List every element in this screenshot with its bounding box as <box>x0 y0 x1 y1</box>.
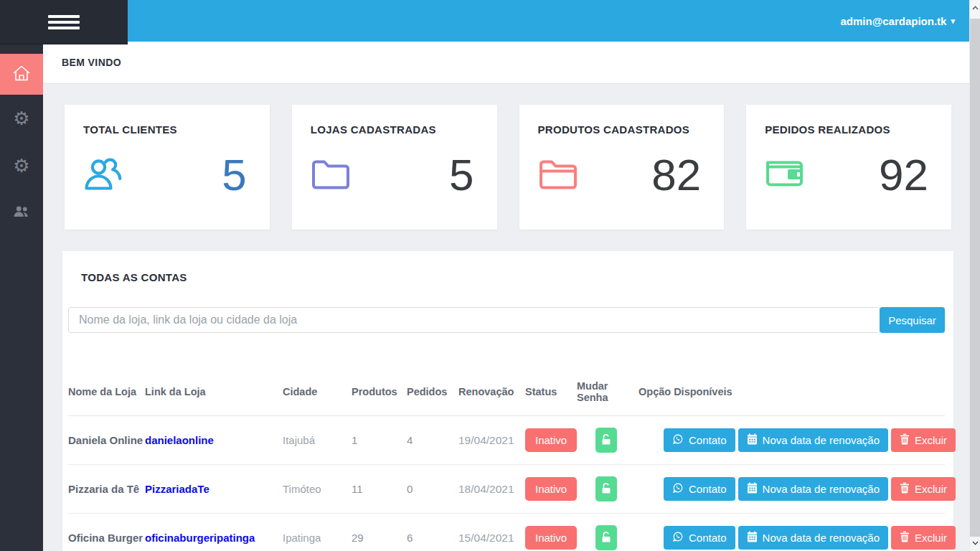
store-renewal-date: 18/04/2021 <box>458 465 525 514</box>
store-products-count: 1 <box>352 416 407 465</box>
wallet-icon <box>765 157 805 193</box>
lock-icon <box>601 531 611 545</box>
whatsapp-icon <box>672 482 684 496</box>
stat-value: 82 <box>651 153 701 197</box>
accounts-table: Nome da Loja Link da Loja Cidade Produto… <box>68 362 945 551</box>
gear-icon: ⚙ <box>13 156 29 175</box>
store-city: Ipatinga <box>283 514 352 551</box>
trash-icon <box>900 531 910 545</box>
table-row: Daniela Online danielaonline Itajubá 1 4… <box>68 416 945 465</box>
folder-icon <box>311 157 351 193</box>
stat-label: LOJAS CADASTRADAS <box>311 123 479 136</box>
store-link[interactable]: PizzariadaTe <box>145 483 209 495</box>
sidebar-item-home[interactable] <box>0 54 43 95</box>
sidebar: ⚙ ⚙ <box>0 0 43 551</box>
store-name: Pizzaria da Tê <box>68 465 145 514</box>
store-orders-count: 4 <box>407 416 458 465</box>
store-city: Timóteo <box>283 465 352 514</box>
store-renewal-date: 15/04/2021 <box>458 514 525 551</box>
store-renewal-date: 19/04/2021 <box>458 416 525 465</box>
lock-icon <box>601 482 611 496</box>
delete-button[interactable]: Excluir <box>891 428 956 452</box>
stat-card-lojas-cadastradas: LOJAS CADASTRADAS 5 <box>292 105 497 230</box>
users-icon <box>13 205 30 221</box>
user-email: admin@cardapion.tk <box>840 15 946 27</box>
sidebar-toggle-button[interactable] <box>0 0 128 44</box>
search-input[interactable] <box>68 307 880 333</box>
store-products-count: 29 <box>352 514 407 551</box>
hamburger-icon <box>48 12 80 32</box>
users-outline-icon <box>83 156 125 194</box>
column-header-mudar-senha: Mudar Senha <box>577 362 639 416</box>
calendar-icon <box>747 482 758 496</box>
store-name: Daniela Online <box>68 416 145 465</box>
sidebar-item-settings-1[interactable]: ⚙ <box>0 95 43 142</box>
page-title: BEM VINDO <box>62 57 121 68</box>
accounts-panel: TODAS AS CONTAS Pesquisar Nome da Loja L… <box>62 251 953 551</box>
store-link[interactable]: danielaonline <box>145 434 214 446</box>
store-city: Itajubá <box>283 416 352 465</box>
table-row: Pizzaria da Tê PizzariadaTe Timóteo 11 0… <box>68 465 945 514</box>
table-row: Oficina Burger oficinaburgeripatinga Ipa… <box>68 514 945 551</box>
user-menu[interactable]: admin@cardapion.tk ▾ <box>840 15 955 27</box>
change-password-button[interactable] <box>595 525 617 550</box>
status-badge: Inativo <box>525 477 577 501</box>
main-content: TOTAL CLIENTES 5 LOJAS CADASTRADAS <box>43 84 969 551</box>
column-header-status: Status <box>525 362 577 416</box>
calendar-icon <box>747 531 758 545</box>
contact-button[interactable]: Contato <box>664 428 735 452</box>
column-header-renovacao: Renovação <box>458 362 525 416</box>
store-name: Oficina Burger <box>68 514 145 551</box>
stat-card-total-clientes: TOTAL CLIENTES 5 <box>65 105 270 230</box>
renew-date-button[interactable]: Nova data de renovação <box>738 526 888 550</box>
page-scrollbar[interactable] <box>969 0 980 551</box>
stat-label: PRODUTOS CADASTRADOS <box>538 123 706 136</box>
scrollbar-thumb[interactable] <box>970 19 980 537</box>
stat-card-produtos-cadastrados: PRODUTOS CADASTRADOS 82 <box>519 105 725 230</box>
column-header-cidade: Cidade <box>283 362 352 416</box>
chevron-down-icon: ▾ <box>951 17 955 25</box>
scroll-down-arrow[interactable] <box>971 538 980 548</box>
column-header-link-da-loja: Link da Loja <box>145 362 283 416</box>
status-badge: Inativo <box>525 428 577 452</box>
store-orders-count: 6 <box>407 514 458 551</box>
home-icon <box>12 65 31 85</box>
column-header-produtos: Produtos <box>352 362 407 416</box>
stat-value: 5 <box>449 153 473 197</box>
trash-icon <box>900 433 910 447</box>
change-password-button[interactable] <box>595 476 617 501</box>
renew-date-button[interactable]: Nova data de renovação <box>738 477 888 501</box>
stat-card-pedidos-realizados: PEDIDOS REALIZADOS 92 <box>746 105 951 230</box>
panel-title: TODAS AS CONTAS <box>81 271 945 283</box>
status-badge: Inativo <box>525 526 577 550</box>
delete-button[interactable]: Excluir <box>891 526 956 550</box>
trash-icon <box>900 482 910 496</box>
gear-icon: ⚙ <box>13 109 29 128</box>
store-products-count: 11 <box>352 465 407 514</box>
contact-button[interactable]: Contato <box>664 477 735 501</box>
stat-value: 92 <box>879 153 928 197</box>
whatsapp-icon <box>672 433 684 447</box>
lock-icon <box>601 433 611 448</box>
breadcrumb-bar: BEM VINDO <box>43 42 969 84</box>
calendar-icon <box>747 433 758 447</box>
renew-date-button[interactable]: Nova data de renovação <box>738 428 888 452</box>
change-password-button[interactable] <box>595 428 617 453</box>
column-header-pedidos: Pedidos <box>407 362 458 416</box>
stat-cards: TOTAL CLIENTES 5 LOJAS CADASTRADAS <box>65 105 951 230</box>
contact-button[interactable]: Contato <box>664 526 735 550</box>
store-orders-count: 0 <box>407 465 458 514</box>
stat-value: 5 <box>222 153 246 197</box>
sidebar-item-users[interactable] <box>0 189 43 237</box>
store-link[interactable]: oficinaburgeripatinga <box>145 532 255 544</box>
stat-label: TOTAL CLIENTES <box>83 123 251 136</box>
topbar: admin@cardapion.tk ▾ <box>43 0 969 42</box>
column-header-nome-da-loja: Nome da Loja <box>68 362 145 416</box>
scroll-up-arrow[interactable] <box>971 3 980 13</box>
sidebar-item-settings-2[interactable]: ⚙ <box>0 142 43 189</box>
search-button[interactable]: Pesquisar <box>880 307 945 333</box>
delete-button[interactable]: Excluir <box>891 477 956 501</box>
column-header-opcao-disponiveis: Opção Disponíveis <box>639 362 945 416</box>
folder-open-icon <box>538 157 578 193</box>
stat-label: PEDIDOS REALIZADOS <box>765 123 933 136</box>
